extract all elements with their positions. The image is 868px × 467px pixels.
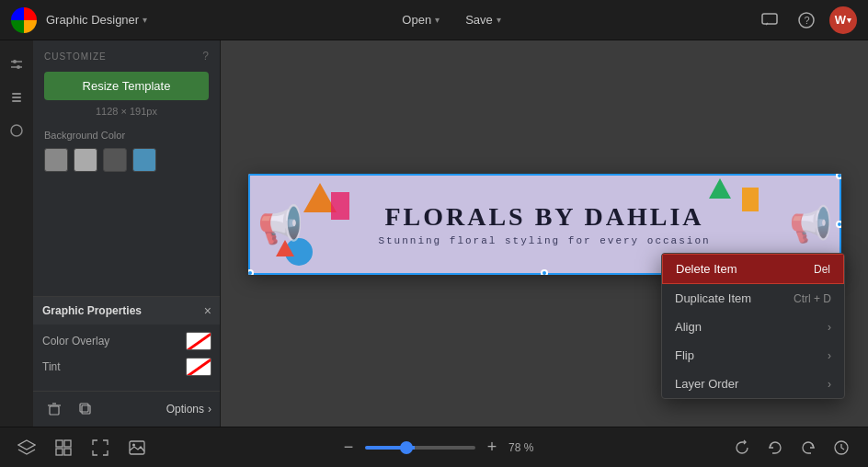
fit-button[interactable] — [86, 434, 114, 461]
menu-item-delete-label: Delete Item — [676, 262, 737, 276]
bottom-bar: − + 78 % — [0, 427, 868, 467]
history-button[interactable] — [828, 434, 855, 461]
tint-swatch[interactable] — [186, 358, 211, 376]
color-swatch-4[interactable] — [132, 148, 156, 172]
svg-rect-8 — [12, 97, 21, 98]
undo-button[interactable] — [761, 434, 789, 461]
color-swatch-1[interactable] — [44, 148, 68, 172]
panel-footer: Options › — [33, 391, 221, 427]
svg-rect-12 — [50, 406, 59, 415]
color-swatch-3[interactable] — [103, 148, 127, 172]
save-chevron-icon: ▾ — [497, 15, 501, 25]
canvas-area[interactable]: 📢 📢 FLORALS BY DAHLIA Stunning floral st… — [221, 40, 868, 427]
svg-rect-0 — [762, 14, 777, 24]
menu-item-flip-label: Flip — [675, 348, 694, 362]
duplicate-layer-button[interactable] — [74, 397, 97, 421]
top-bar: Graphic Designer ▾ Open ▾ Save ▾ ? W ▾ — [0, 0, 868, 40]
deco-megaphone-left: 📢 — [257, 203, 303, 246]
context-menu: Delete Item Del Duplicate Item Ctrl + D … — [661, 253, 845, 399]
svg-text:?: ? — [805, 15, 810, 26]
open-label: Open — [402, 13, 431, 27]
sidebar-tool-adjust[interactable] — [4, 51, 29, 77]
avatar-letter: W — [835, 13, 846, 27]
zoom-slider[interactable] — [365, 446, 475, 450]
open-chevron-icon: ▾ — [435, 15, 440, 25]
options-label: Options — [166, 403, 204, 416]
svg-point-11 — [11, 125, 22, 136]
menu-item-align-arrow-icon: › — [828, 321, 831, 334]
menu-item-layer-order[interactable]: Layer Order › — [662, 370, 844, 398]
panel-body: Color Overlay Tint — [33, 325, 221, 391]
open-button[interactable]: Open ▾ — [389, 7, 452, 32]
swatch-no-color — [187, 333, 211, 349]
avatar[interactable]: W ▾ — [829, 6, 857, 34]
menu-item-align[interactable]: Align › — [662, 313, 844, 341]
svg-rect-21 — [64, 449, 71, 455]
svg-rect-10 — [12, 100, 21, 102]
menu-item-layer-order-label: Layer Order — [675, 377, 738, 391]
sidebar-content: CUSTOMIZE ? Resize Template 1128 × 191px… — [33, 40, 220, 190]
menu-item-duplicate-label: Duplicate Item — [675, 291, 751, 305]
sync-button[interactable] — [728, 434, 756, 461]
zoom-in-button[interactable]: + — [481, 437, 503, 459]
zoom-percent-label: 78 % — [508, 441, 542, 454]
svg-point-23 — [132, 443, 135, 446]
svg-rect-19 — [64, 440, 71, 447]
color-overlay-row: Color Overlay — [42, 332, 211, 350]
options-arrow-icon: › — [208, 403, 211, 416]
app-logo — [11, 7, 37, 33]
svg-point-6 — [13, 60, 17, 63]
resize-template-label: Resize Template — [83, 79, 171, 93]
layers-button[interactable] — [13, 434, 40, 461]
menu-item-flip[interactable]: Flip › — [662, 341, 844, 370]
main-layout: CUSTOMIZE ? Resize Template 1128 × 191px… — [0, 40, 868, 427]
zoom-out-button[interactable]: − — [337, 437, 360, 459]
color-swatch-2[interactable] — [74, 148, 97, 172]
menu-item-duplicate[interactable]: Duplicate Item Ctrl + D — [662, 284, 844, 313]
deco-triangle-green — [709, 178, 731, 199]
sidebar-tool-frames[interactable] — [4, 118, 29, 143]
comment-button[interactable] — [756, 6, 783, 34]
svg-rect-16 — [80, 404, 88, 412]
menu-item-delete[interactable]: Delete Item Del — [662, 254, 844, 284]
sidebar-tool-layers[interactable] — [4, 85, 29, 110]
deco-rect-pink — [331, 192, 349, 220]
menu-item-align-label: Align — [675, 320, 702, 334]
menu-item-delete-shortcut: Del — [814, 263, 830, 276]
delete-layer-button[interactable] — [42, 397, 66, 421]
avatar-chevron-icon: ▾ — [847, 16, 851, 25]
customize-label: CUSTOMIZE — [44, 51, 107, 62]
menu-item-duplicate-shortcut: Ctrl + D — [794, 292, 831, 305]
resize-template-button[interactable]: Resize Template — [44, 72, 209, 100]
menu-item-flip-arrow-icon: › — [828, 349, 831, 362]
canvas-subtitle: Stunning floral styling for every occasi… — [378, 235, 710, 246]
color-overlay-swatch[interactable] — [186, 332, 211, 350]
color-overlay-label: Color Overlay — [42, 335, 109, 347]
image-button[interactable] — [123, 434, 151, 461]
sidebar-help-icon[interactable]: ? — [202, 50, 209, 63]
sidebar-icon-rail — [0, 40, 33, 427]
svg-rect-15 — [82, 405, 90, 414]
menu-item-layer-order-arrow-icon: › — [828, 378, 831, 391]
help-button[interactable]: ? — [793, 6, 820, 34]
options-button[interactable]: Options › — [166, 403, 211, 416]
bg-color-label: Background Color — [44, 130, 209, 141]
save-button[interactable]: Save ▾ — [452, 7, 514, 32]
panel-close-button[interactable]: × — [204, 304, 211, 317]
svg-rect-18 — [56, 440, 63, 447]
svg-marker-17 — [18, 440, 35, 450]
deco-rect-orange2 — [742, 188, 759, 211]
tint-row: Tint — [42, 358, 211, 376]
app-name-label: Graphic Designer — [46, 13, 139, 27]
top-bar-right: ? W ▾ — [756, 6, 857, 34]
tint-no-color — [187, 359, 211, 375]
zoom-controls: − + 78 % — [337, 437, 542, 459]
redo-button[interactable] — [794, 434, 822, 461]
grid-button[interactable] — [50, 434, 77, 461]
svg-point-7 — [17, 65, 20, 69]
tint-label: Tint — [42, 360, 61, 373]
bottom-right-icons — [728, 434, 855, 461]
color-swatches — [44, 148, 209, 172]
app-name: Graphic Designer ▾ — [46, 13, 147, 27]
svg-rect-20 — [56, 449, 63, 455]
